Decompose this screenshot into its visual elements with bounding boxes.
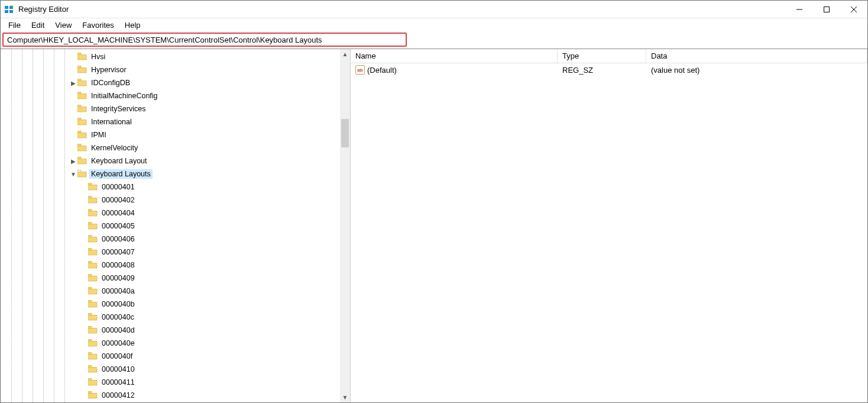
folder-icon (88, 248, 98, 256)
tree-item-label: 00000412 (100, 391, 137, 400)
tree-item[interactable]: 00000401 (1, 180, 350, 194)
close-button[interactable] (840, 1, 867, 18)
titlebar[interactable]: Registry Editor (1, 1, 867, 18)
tree-item[interactable]: 00000408 (1, 259, 350, 272)
menu-file[interactable]: File (3, 20, 26, 31)
svg-rect-26 (88, 275, 92, 276)
tree-item-label: Hypervisor (89, 65, 128, 75)
svg-rect-32 (88, 353, 92, 354)
tree-panel: Hvsi Hypervisor▶ IDConfigDB InitialMachi… (1, 49, 351, 402)
menu-view[interactable]: View (50, 20, 77, 31)
tree-item[interactable]: 00000411 (1, 376, 350, 389)
svg-rect-34 (88, 379, 92, 381)
svg-rect-24 (88, 249, 92, 250)
menu-favorites[interactable]: Favorites (77, 20, 119, 31)
tree-item[interactable]: 0000040e (1, 337, 350, 350)
tree-expander-icon[interactable]: ▶ (69, 158, 77, 165)
tree-item[interactable]: 0000040b (1, 298, 350, 311)
scroll-thumb[interactable] (341, 119, 349, 147)
svg-rect-6 (824, 7, 830, 12)
tree-item-label: 00000402 (100, 195, 137, 205)
main-area: Hvsi Hypervisor▶ IDConfigDB InitialMachi… (1, 49, 867, 402)
folder-icon (88, 274, 98, 282)
tree-item-label: International (89, 117, 134, 127)
tree-item[interactable]: 00000409 (1, 272, 350, 285)
folder-icon (77, 53, 87, 61)
tree-view[interactable]: Hvsi Hypervisor▶ IDConfigDB InitialMachi… (1, 49, 350, 402)
tree-item[interactable]: ▶ IDConfigDB (1, 76, 350, 89)
folder-icon (88, 378, 98, 386)
svg-rect-3 (9, 10, 13, 13)
svg-rect-20 (88, 196, 92, 198)
maximize-button[interactable] (813, 1, 840, 18)
tree-item[interactable]: IPMI (1, 128, 350, 141)
tree-item[interactable]: ▼ Keyboard Layouts (1, 167, 350, 180)
folder-icon (77, 92, 87, 100)
tree-item-label: 0000040d (100, 325, 137, 335)
tree-item[interactable]: 00000407 (1, 246, 350, 259)
string-value-icon: ab (355, 65, 365, 75)
tree-item[interactable]: 0000040f (1, 350, 350, 363)
value-type: REG_SZ (558, 66, 646, 75)
tree-item[interactable]: 0000040a (1, 285, 350, 298)
values-header[interactable]: Name Type Data (351, 49, 867, 63)
tree-item-label: 00000409 (100, 273, 137, 283)
minimize-button[interactable] (786, 1, 813, 18)
svg-rect-25 (88, 262, 92, 263)
address-bar[interactable] (2, 33, 407, 47)
tree-expander-icon[interactable]: ▶ (69, 80, 77, 86)
tree-item[interactable]: InitialMachineConfig (1, 89, 350, 102)
folder-icon (88, 339, 98, 347)
svg-rect-9 (77, 53, 81, 55)
tree-item[interactable]: International (1, 115, 350, 128)
tree-item[interactable]: 00000410 (1, 363, 350, 376)
svg-rect-0 (5, 6, 8, 9)
folder-icon (88, 352, 98, 360)
folder-icon (77, 105, 87, 113)
value-row[interactable]: ab(Default)REG_SZ(value not set) (351, 63, 867, 76)
tree-item[interactable]: KernelVelocity (1, 141, 350, 154)
tree-item[interactable]: Hvsi (1, 50, 350, 63)
tree-item[interactable]: ▶ Keyboard Layout (1, 154, 350, 167)
tree-item[interactable]: 00000402 (1, 194, 350, 207)
folder-icon (77, 144, 87, 152)
svg-rect-11 (77, 79, 81, 81)
folder-icon (77, 157, 87, 165)
tree-item[interactable]: 00000412 (1, 389, 350, 402)
tree-item-label: Keyboard Layouts (89, 169, 153, 179)
tree-item[interactable]: Hypervisor (1, 63, 350, 76)
tree-item[interactable]: 00000406 (1, 233, 350, 246)
folder-icon (88, 313, 98, 321)
tree-expander-icon[interactable]: ▼ (69, 171, 77, 178)
address-input[interactable] (6, 35, 403, 45)
svg-line-7 (851, 7, 857, 12)
tree-item[interactable]: 0000040d (1, 324, 350, 337)
value-name: (Default) (367, 66, 397, 75)
value-data: (value not set) (646, 66, 867, 75)
tree-item[interactable]: 0000040c (1, 311, 350, 324)
tree-scrollbar[interactable]: ▲ ▼ (340, 49, 350, 402)
folder-icon (88, 196, 98, 204)
address-bar-wrap (1, 31, 867, 49)
col-header-name[interactable]: Name (351, 49, 558, 63)
folder-icon (77, 79, 87, 87)
scroll-down-icon[interactable]: ▼ (340, 392, 350, 402)
folder-icon (88, 209, 98, 217)
tree-item[interactable]: 00000405 (1, 220, 350, 233)
menu-edit[interactable]: Edit (26, 20, 50, 31)
tree-item-label: InitialMachineConfig (89, 91, 160, 101)
menu-help[interactable]: Help (119, 20, 146, 31)
tree-item-label: 00000404 (100, 208, 137, 218)
col-header-data[interactable]: Data (646, 49, 867, 63)
tree-item[interactable]: IntegrityServices (1, 102, 350, 115)
svg-rect-10 (77, 66, 81, 68)
svg-rect-12 (77, 92, 81, 94)
tree-item[interactable]: 00000404 (1, 207, 350, 220)
col-header-type[interactable]: Type (558, 49, 646, 63)
svg-rect-27 (88, 288, 92, 289)
folder-icon (77, 170, 87, 178)
scroll-up-icon[interactable]: ▲ (340, 49, 350, 59)
svg-point-4 (10, 5, 13, 8)
values-list[interactable]: ab(Default)REG_SZ(value not set) (351, 63, 867, 402)
svg-rect-30 (88, 327, 92, 328)
